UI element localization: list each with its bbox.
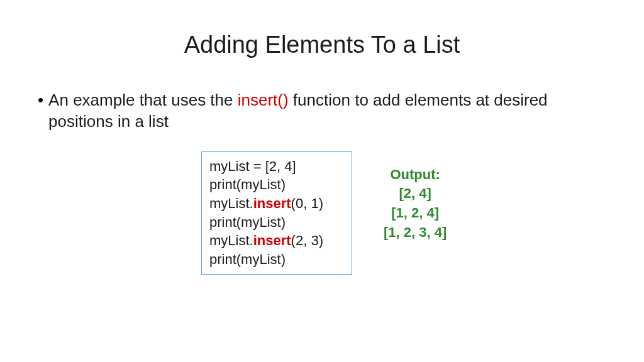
code-pre: myList. <box>209 233 253 248</box>
output-box: Output: [2, 4] [1, 2, 4] [1, 2, 3, 4] <box>384 165 447 243</box>
code-line-4: print(myList) <box>209 213 344 232</box>
slide-title: Adding Elements To a List <box>38 31 606 58</box>
code-line-5: myList.insert(2, 3) <box>209 231 344 250</box>
bullet-marker: • <box>38 90 43 111</box>
output-line-2: [1, 2, 4] <box>384 204 447 223</box>
output-line-1: [2, 4] <box>384 184 447 204</box>
code-box: myList = [2, 4] print(myList) myList.ins… <box>201 151 352 275</box>
bullet-point: • An example that uses the insert() func… <box>38 90 606 133</box>
bullet-highlight: insert() <box>238 90 289 109</box>
output-label: Output: <box>384 165 447 185</box>
code-line-6: print(myList) <box>209 250 344 269</box>
code-keyword: insert <box>253 233 291 248</box>
output-line-3: [1, 2, 3, 4] <box>384 223 447 243</box>
code-post: (0, 1) <box>291 195 323 211</box>
content-row: myList = [2, 4] print(myList) myList.ins… <box>201 151 606 275</box>
code-line-2: print(myList) <box>209 175 344 194</box>
code-line-1: myList = [2, 4] <box>209 157 344 176</box>
code-pre: myList. <box>209 195 253 211</box>
bullet-prefix: An example that uses the <box>48 90 238 109</box>
bullet-text: An example that uses the insert() functi… <box>48 90 606 133</box>
code-post: (2, 3) <box>291 233 323 248</box>
code-line-3: myList.insert(0, 1) <box>209 194 344 213</box>
code-keyword: insert <box>253 195 291 211</box>
